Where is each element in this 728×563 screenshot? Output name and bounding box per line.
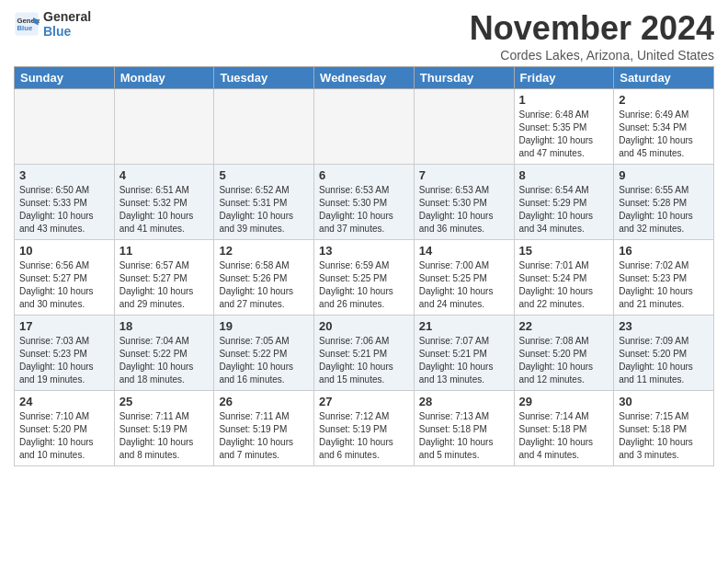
calendar-table: Sunday Monday Tuesday Wednesday Thursday… — [14, 66, 714, 466]
day-number: 6 — [319, 168, 409, 182]
day-info: Sunrise: 6:50 AM Sunset: 5:33 PM Dayligh… — [19, 184, 109, 236]
calendar-cell: 28Sunrise: 7:13 AM Sunset: 5:18 PM Dayli… — [414, 391, 514, 466]
day-number: 30 — [619, 395, 709, 408]
day-number: 11 — [119, 244, 210, 258]
day-info: Sunrise: 7:07 AM Sunset: 5:21 PM Dayligh… — [419, 335, 509, 386]
day-number: 10 — [19, 244, 109, 258]
day-number: 19 — [219, 319, 309, 333]
day-number: 14 — [419, 244, 509, 258]
day-info: Sunrise: 7:05 AM Sunset: 5:22 PM Dayligh… — [219, 335, 309, 386]
logo-icon: General Blue — [14, 11, 40, 37]
day-number: 2 — [619, 93, 709, 107]
calendar-cell: 8Sunrise: 6:54 AM Sunset: 5:29 PM Daylig… — [514, 165, 614, 240]
calendar-cell: 7Sunrise: 6:53 AM Sunset: 5:30 PM Daylig… — [414, 165, 514, 240]
calendar-cell — [15, 89, 115, 165]
calendar-cell: 13Sunrise: 6:59 AM Sunset: 5:25 PM Dayli… — [314, 240, 415, 316]
calendar-cell: 3Sunrise: 6:50 AM Sunset: 5:33 PM Daylig… — [15, 165, 115, 240]
day-number: 12 — [219, 244, 309, 258]
calendar-week-row: 10Sunrise: 6:56 AM Sunset: 5:27 PM Dayli… — [15, 240, 714, 316]
calendar-cell: 20Sunrise: 7:06 AM Sunset: 5:21 PM Dayli… — [314, 316, 415, 391]
day-info: Sunrise: 7:11 AM Sunset: 5:19 PM Dayligh… — [219, 410, 309, 462]
col-wednesday: Wednesday — [314, 67, 415, 89]
day-number: 15 — [519, 244, 609, 258]
calendar-cell: 6Sunrise: 6:53 AM Sunset: 5:30 PM Daylig… — [314, 165, 415, 240]
calendar-cell: 25Sunrise: 7:11 AM Sunset: 5:19 PM Dayli… — [114, 391, 214, 466]
col-thursday: Thursday — [414, 67, 514, 89]
title-block: November 2024 Cordes Lakes, Arizona, Uni… — [470, 9, 714, 63]
day-info: Sunrise: 6:58 AM Sunset: 5:26 PM Dayligh… — [219, 259, 309, 311]
day-number: 4 — [119, 168, 210, 182]
day-number: 24 — [19, 395, 109, 408]
calendar-cell: 14Sunrise: 7:00 AM Sunset: 5:25 PM Dayli… — [414, 240, 514, 316]
svg-text:Blue: Blue — [17, 24, 33, 32]
calendar-cell: 24Sunrise: 7:10 AM Sunset: 5:20 PM Dayli… — [15, 391, 115, 466]
logo-text-line1: General — [43, 9, 91, 24]
calendar-week-row: 17Sunrise: 7:03 AM Sunset: 5:23 PM Dayli… — [15, 316, 714, 391]
day-number: 16 — [619, 244, 709, 258]
day-number: 29 — [519, 395, 609, 408]
day-info: Sunrise: 7:08 AM Sunset: 5:20 PM Dayligh… — [519, 335, 609, 386]
day-number: 22 — [519, 319, 609, 333]
calendar-cell: 2Sunrise: 6:49 AM Sunset: 5:34 PM Daylig… — [614, 89, 714, 165]
day-number: 28 — [419, 395, 509, 408]
day-number: 27 — [319, 395, 409, 408]
calendar-cell: 4Sunrise: 6:51 AM Sunset: 5:32 PM Daylig… — [114, 165, 214, 240]
calendar-week-row: 1Sunrise: 6:48 AM Sunset: 5:35 PM Daylig… — [15, 89, 714, 165]
day-info: Sunrise: 7:06 AM Sunset: 5:21 PM Dayligh… — [319, 335, 409, 386]
calendar-cell: 21Sunrise: 7:07 AM Sunset: 5:21 PM Dayli… — [414, 316, 514, 391]
calendar-cell: 22Sunrise: 7:08 AM Sunset: 5:20 PM Dayli… — [514, 316, 614, 391]
day-info: Sunrise: 6:48 AM Sunset: 5:35 PM Dayligh… — [519, 109, 609, 160]
calendar-header: Sunday Monday Tuesday Wednesday Thursday… — [15, 67, 714, 89]
header: General Blue General Blue November 2024 … — [14, 9, 714, 63]
calendar-cell: 19Sunrise: 7:05 AM Sunset: 5:22 PM Dayli… — [214, 316, 314, 391]
day-number: 21 — [419, 319, 509, 333]
calendar-cell: 29Sunrise: 7:14 AM Sunset: 5:18 PM Dayli… — [514, 391, 614, 466]
col-tuesday: Tuesday — [214, 67, 314, 89]
day-number: 20 — [319, 319, 409, 333]
calendar-cell: 27Sunrise: 7:12 AM Sunset: 5:19 PM Dayli… — [314, 391, 415, 466]
day-info: Sunrise: 7:03 AM Sunset: 5:23 PM Dayligh… — [19, 335, 109, 386]
month-year-title: November 2024 — [470, 9, 714, 48]
day-info: Sunrise: 6:55 AM Sunset: 5:28 PM Dayligh… — [619, 184, 709, 236]
day-info: Sunrise: 7:13 AM Sunset: 5:18 PM Dayligh… — [419, 410, 509, 462]
calendar-cell: 10Sunrise: 6:56 AM Sunset: 5:27 PM Dayli… — [15, 240, 115, 316]
calendar-cell — [314, 89, 415, 165]
day-info: Sunrise: 6:57 AM Sunset: 5:27 PM Dayligh… — [119, 259, 210, 311]
calendar-cell: 16Sunrise: 7:02 AM Sunset: 5:23 PM Dayli… — [614, 240, 714, 316]
calendar-cell: 17Sunrise: 7:03 AM Sunset: 5:23 PM Dayli… — [15, 316, 115, 391]
calendar-cell: 23Sunrise: 7:09 AM Sunset: 5:20 PM Dayli… — [614, 316, 714, 391]
day-number: 3 — [19, 168, 109, 182]
day-info: Sunrise: 7:11 AM Sunset: 5:19 PM Dayligh… — [119, 410, 210, 462]
logo-text-line2: Blue — [43, 24, 91, 39]
header-row: Sunday Monday Tuesday Wednesday Thursday… — [15, 67, 714, 89]
day-info: Sunrise: 6:49 AM Sunset: 5:34 PM Dayligh… — [619, 109, 709, 160]
day-info: Sunrise: 6:56 AM Sunset: 5:27 PM Dayligh… — [19, 259, 109, 311]
calendar-cell: 1Sunrise: 6:48 AM Sunset: 5:35 PM Daylig… — [514, 89, 614, 165]
day-info: Sunrise: 6:59 AM Sunset: 5:25 PM Dayligh… — [319, 259, 409, 311]
day-info: Sunrise: 7:12 AM Sunset: 5:19 PM Dayligh… — [319, 410, 409, 462]
calendar-cell: 18Sunrise: 7:04 AM Sunset: 5:22 PM Dayli… — [114, 316, 214, 391]
col-monday: Monday — [114, 67, 214, 89]
day-number: 25 — [119, 395, 210, 408]
day-info: Sunrise: 6:52 AM Sunset: 5:31 PM Dayligh… — [219, 184, 309, 236]
calendar-cell: 12Sunrise: 6:58 AM Sunset: 5:26 PM Dayli… — [214, 240, 314, 316]
day-info: Sunrise: 7:02 AM Sunset: 5:23 PM Dayligh… — [619, 259, 709, 311]
calendar-cell — [214, 89, 314, 165]
col-friday: Friday — [514, 67, 614, 89]
col-saturday: Saturday — [614, 67, 714, 89]
logo: General Blue General Blue — [14, 9, 91, 39]
day-info: Sunrise: 6:53 AM Sunset: 5:30 PM Dayligh… — [419, 184, 509, 236]
day-number: 8 — [519, 168, 609, 182]
location-label: Cordes Lakes, Arizona, United States — [470, 48, 714, 63]
calendar-cell: 5Sunrise: 6:52 AM Sunset: 5:31 PM Daylig… — [214, 165, 314, 240]
day-number: 17 — [19, 319, 109, 333]
day-info: Sunrise: 6:54 AM Sunset: 5:29 PM Dayligh… — [519, 184, 609, 236]
calendar-cell: 11Sunrise: 6:57 AM Sunset: 5:27 PM Dayli… — [114, 240, 214, 316]
calendar-week-row: 3Sunrise: 6:50 AM Sunset: 5:33 PM Daylig… — [15, 165, 714, 240]
day-info: Sunrise: 7:04 AM Sunset: 5:22 PM Dayligh… — [119, 335, 210, 386]
day-number: 9 — [619, 168, 709, 182]
day-info: Sunrise: 7:01 AM Sunset: 5:24 PM Dayligh… — [519, 259, 609, 311]
day-info: Sunrise: 7:15 AM Sunset: 5:18 PM Dayligh… — [619, 410, 709, 462]
day-number: 26 — [219, 395, 309, 408]
calendar-cell: 15Sunrise: 7:01 AM Sunset: 5:24 PM Dayli… — [514, 240, 614, 316]
